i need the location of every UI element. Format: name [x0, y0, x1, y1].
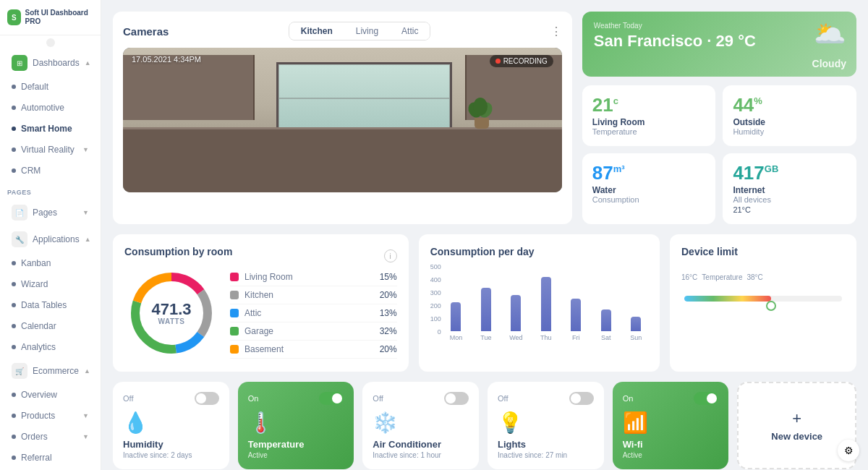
device-state: Off: [123, 394, 133, 403]
lights-toggle[interactable]: [569, 392, 594, 405]
chevron-up-icon: ▲: [85, 236, 91, 243]
chevron-down-icon: ▼: [82, 146, 89, 153]
consumption-body: 471.3 WATTS Living Room 15% Kitchen 20%: [124, 266, 397, 360]
device-name: Air Conditioner: [373, 439, 469, 450]
stat-extra: 21°C: [733, 205, 846, 214]
wifi-toggle[interactable]: [694, 392, 718, 405]
bar-label-tue: Tue: [480, 334, 491, 341]
stat-value: 417GB: [733, 163, 846, 182]
bar-sat: [601, 309, 611, 331]
stat-sub: All devices: [733, 195, 846, 204]
gauge-area: [681, 296, 845, 313]
consumption-card-title: Consumption by room: [124, 246, 232, 257]
humidity-toggle[interactable]: [195, 392, 219, 405]
sidebar-item-label: Automotive: [21, 103, 64, 113]
stat-card-living-temp: 21c Living Room Temperature: [582, 85, 716, 146]
stats-grid: 21c Living Room Temperature 44% Outside …: [582, 85, 856, 224]
dot-icon: [12, 414, 16, 418]
sidebar-item-data-tables[interactable]: Data Tables: [4, 295, 96, 315]
main-content: Cameras Kitchen Living Attic ⋮: [101, 0, 868, 470]
sidebar-item-kanban[interactable]: Kanban: [4, 253, 96, 273]
device-status: Inactive since: 2 days: [123, 451, 219, 459]
recording-dot-icon: [495, 59, 501, 64]
tab-kitchen[interactable]: Kitchen: [289, 22, 344, 40]
sidebar-item-ecommerce[interactable]: 🛒 Ecommerce ▲: [4, 358, 96, 384]
legend-dot-basement: [230, 345, 239, 354]
bar-chart-area: 500 400 300 200 100 0 Mon: [430, 263, 648, 341]
wifi-icon: 📶: [623, 411, 719, 435]
sidebar-item-virtual-reality[interactable]: Virtual Reality ▼: [4, 140, 96, 160]
consumption-legend: Living Room 15% Kitchen 20% Attic 13%: [230, 268, 397, 359]
donut-center: 471.3 WATTS: [151, 302, 191, 325]
y-label: 300: [430, 289, 441, 296]
dot-icon: [12, 85, 16, 89]
device-name: Wi-fi: [623, 439, 719, 450]
device-status: Active: [623, 451, 719, 459]
sidebar-item-dashboards[interactable]: ⊞ Dashboards ▲: [4, 50, 96, 76]
device-card-wifi: On 📶 Wi-fi Active: [613, 382, 729, 469]
sidebar-item-crm[interactable]: CRM: [4, 161, 96, 181]
device-status: Inactive since: 27 min: [498, 451, 594, 459]
sidebar-item-label: Data Tables: [21, 300, 67, 310]
sidebar-item-products[interactable]: Products ▼: [4, 406, 96, 426]
info-icon[interactable]: i: [384, 249, 397, 262]
device-toggle-row: On: [248, 392, 344, 405]
device-limit-card: Device limit 16°C Temperature 38°C: [670, 234, 856, 372]
tab-living[interactable]: Living: [344, 22, 390, 40]
sidebar-item-analytics[interactable]: Analytics: [4, 337, 96, 357]
bar-mon: [451, 302, 461, 331]
settings-button[interactable]: ⚙: [838, 440, 859, 461]
bar-group-tue: Tue: [474, 288, 498, 341]
y-axis: 500 400 300 200 100 0: [430, 263, 441, 336]
sidebar-item-label: Dashboards: [33, 58, 80, 68]
camera-title: Cameras: [123, 25, 169, 38]
device-status: Active: [248, 451, 344, 459]
sidebar-item-default[interactable]: Default: [4, 77, 96, 97]
weather-temp: ·: [707, 32, 715, 50]
limit-max: 38°C: [746, 273, 762, 281]
stat-value: 21c: [592, 95, 706, 114]
sidebar-item-applications[interactable]: 🔧 Applications ▲: [4, 226, 96, 252]
chevron-up-icon: ▲: [85, 59, 91, 67]
legend-item-garage: Garage 32%: [230, 322, 397, 341]
sidebar-item-calendar[interactable]: Calendar: [4, 316, 96, 336]
legend-item-basement: Basement 20%: [230, 341, 397, 359]
legend-pct: 13%: [380, 308, 397, 318]
bar-group-fri: Fri: [564, 299, 588, 341]
sidebar-item-overview[interactable]: Overview: [4, 385, 96, 405]
sidebar-item-referral[interactable]: Referral: [4, 448, 96, 468]
bar-label-thu: Thu: [540, 334, 552, 341]
donut-chart: 471.3 WATTS: [124, 266, 218, 360]
legend-dot-attic: [230, 309, 239, 317]
device-state: On: [248, 394, 259, 403]
bar-group-mon: Mon: [444, 302, 468, 341]
sidebar-item-automotive[interactable]: Automotive: [4, 98, 96, 118]
legend-label: Garage: [244, 326, 374, 336]
legend-item-living: Living Room 15%: [230, 268, 397, 286]
sidebar-item-smart-home[interactable]: Smart Home: [4, 119, 96, 139]
bar-thu: [541, 277, 551, 331]
sidebar-item-orders[interactable]: Orders ▼: [4, 427, 96, 447]
right-column: Weather Today San Francisco · 29 °C 🌥️ C…: [582, 12, 856, 224]
tab-attic[interactable]: Attic: [390, 22, 430, 40]
ac-toggle[interactable]: [444, 392, 469, 405]
stat-value: 87m³: [592, 163, 706, 182]
limit-header: Device limit: [681, 246, 845, 266]
weather-card: Weather Today San Francisco · 29 °C 🌥️ C…: [582, 12, 856, 77]
settings-icon: ⚙: [844, 445, 854, 456]
chevron-up-icon: ▲: [84, 367, 90, 375]
dot-icon: [12, 345, 16, 349]
sidebar-item-label: Analytics: [21, 342, 56, 352]
bar-label-mon: Mon: [450, 334, 463, 341]
sidebar-item-label: Products: [21, 411, 55, 421]
donut-value: 471.3: [151, 302, 191, 317]
sidebar-item-wizard[interactable]: Wizard: [4, 274, 96, 294]
sidebar-item-label: Calendar: [21, 321, 56, 331]
sidebar-item-pages[interactable]: 📄 Pages ▼: [4, 200, 96, 226]
donut-unit: WATTS: [151, 317, 191, 325]
camera-timestamp: 17.05.2021 4:34PM: [132, 55, 201, 64]
scroll-up-btn[interactable]: [46, 38, 55, 47]
device-card-temperature: On 🌡️ Temperature Active: [238, 382, 354, 469]
temperature-toggle[interactable]: [319, 392, 344, 405]
camera-menu-icon[interactable]: ⋮: [550, 25, 562, 38]
